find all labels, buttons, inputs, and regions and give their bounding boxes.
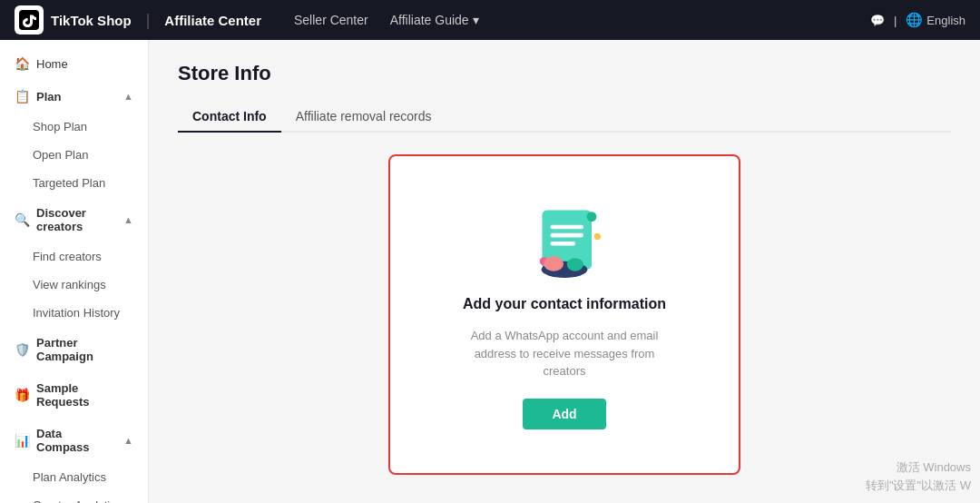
compass-icon: 📊 — [15, 433, 29, 448]
empty-state-card: Add your contact information Add a Whats… — [388, 154, 740, 475]
svg-point-6 — [594, 232, 601, 239]
affiliate-guide-nav[interactable]: Affiliate Guide ▾ — [390, 13, 479, 27]
sidebar-item-home[interactable]: 🏠 Home — [0, 47, 148, 80]
sidebar-plan-label: Plan — [36, 90, 61, 104]
tab-affiliate-removal[interactable]: Affiliate removal records — [281, 102, 446, 133]
add-contact-button[interactable]: Add — [523, 399, 605, 429]
sidebar-section-data-compass[interactable]: 📊 Data Compass ▲ — [0, 418, 148, 463]
header-separator: | — [894, 14, 897, 27]
tab-contact-info[interactable]: Contact Info — [178, 102, 281, 133]
sidebar-discover-label: Discover creators — [36, 206, 116, 233]
svg-rect-2 — [551, 224, 583, 229]
sidebar-compass-label: Data Compass — [36, 427, 116, 454]
plan-chevron-icon: ▲ — [123, 91, 133, 102]
layout: 🏠 Home 📋 Plan ▲ Shop Plan Open Plan Targ… — [0, 40, 980, 503]
svg-rect-4 — [551, 241, 575, 245]
sidebar-item-invitation-history[interactable]: Invitation History — [0, 299, 148, 327]
sidebar-sample-label: Sample Requests — [36, 381, 133, 409]
logo[interactable]: TikTok Shop — [15, 5, 132, 35]
content-area: Add your contact information Add a Whats… — [178, 154, 951, 475]
header-divider: | — [146, 11, 151, 30]
empty-state-title: Add your contact information — [463, 296, 666, 312]
sidebar-item-view-rankings[interactable]: View rankings — [0, 271, 148, 299]
partner-icon: 🛡️ — [15, 342, 29, 357]
sidebar-item-find-creators[interactable]: Find creators — [0, 242, 148, 271]
discover-icon: 🔍 — [15, 212, 29, 227]
sidebar-section-plan[interactable]: 📋 Plan ▲ — [0, 80, 148, 113]
sidebar-item-plan-analytics[interactable]: Plan Analytics — [0, 463, 148, 491]
sidebar-section-discover[interactable]: 🔍 Discover creators ▲ — [0, 197, 148, 242]
sidebar-partner-label: Partner Campaign — [36, 336, 133, 363]
sample-icon: 🎁 — [15, 388, 29, 402]
sidebar-item-creator-analytics[interactable]: Creator Analytics — [0, 491, 148, 503]
header: TikTok Shop | Affiliate Center Seller Ce… — [0, 0, 980, 40]
sidebar-item-open-plan[interactable]: Open Plan — [0, 141, 148, 169]
contact-illustration — [519, 200, 610, 281]
svg-point-5 — [587, 212, 597, 222]
header-right: 💬 | 🌐 English — [870, 12, 965, 28]
affiliate-center-title: Affiliate Center — [164, 13, 261, 28]
discover-chevron-icon: ▲ — [123, 214, 133, 225]
sidebar-item-partner-campaign[interactable]: 🛡️ Partner Campaign — [0, 327, 148, 372]
chat-icon[interactable]: 💬 — [870, 14, 885, 27]
sidebar: 🏠 Home 📋 Plan ▲ Shop Plan Open Plan Targ… — [0, 40, 149, 503]
page-title: Store Info — [178, 62, 951, 85]
svg-point-10 — [567, 258, 583, 271]
tiktok-logo-icon — [15, 5, 44, 35]
sidebar-item-sample-requests[interactable]: 🎁 Sample Requests — [0, 372, 148, 418]
sidebar-home-label: Home — [36, 57, 68, 71]
language-selector[interactable]: 🌐 English — [906, 12, 965, 28]
empty-state-subtitle: Add a WhatsApp account and email address… — [465, 327, 664, 380]
sidebar-item-shop-plan[interactable]: Shop Plan — [0, 113, 148, 141]
sidebar-item-targeted-plan[interactable]: Targeted Plan — [0, 169, 148, 197]
chevron-down-icon: ▾ — [473, 13, 479, 27]
seller-center-nav[interactable]: Seller Center — [294, 13, 368, 27]
plan-icon: 📋 — [15, 89, 29, 104]
language-label: English — [926, 14, 965, 27]
svg-rect-3 — [551, 232, 583, 237]
globe-icon: 🌐 — [906, 12, 923, 28]
svg-point-9 — [544, 256, 564, 271]
main-content: Store Info Contact Info Affiliate remova… — [149, 40, 980, 503]
header-nav: Seller Center Affiliate Guide ▾ — [294, 13, 479, 27]
home-icon: 🏠 — [15, 56, 29, 71]
tabs-bar: Contact Info Affiliate removal records — [178, 102, 951, 133]
logo-text: TikTok Shop — [51, 13, 132, 28]
compass-chevron-icon: ▲ — [123, 435, 133, 446]
